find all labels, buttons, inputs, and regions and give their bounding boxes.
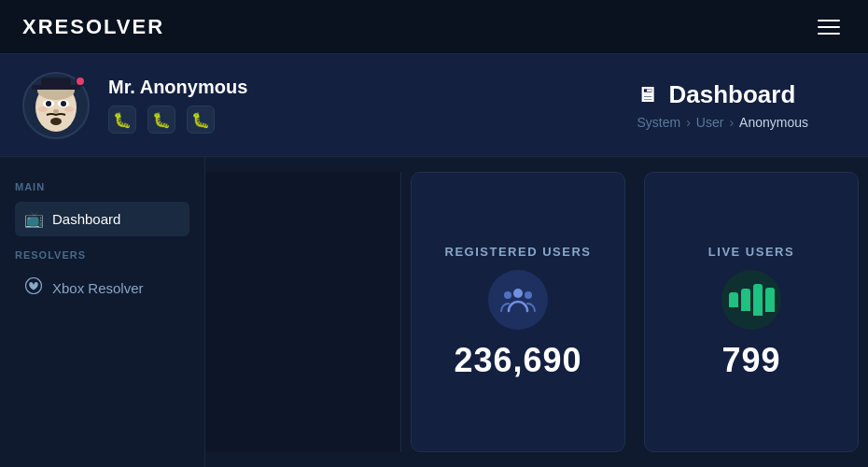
breadcrumb-sep-2: › xyxy=(729,115,734,130)
left-panel xyxy=(205,172,401,452)
hamburger-line-3 xyxy=(818,33,840,35)
content-area: REGISTERED USERS 236,690 LIVE USERS xyxy=(205,157,868,467)
profile-banner: Mr. Anonymous 🐛 🐛 🐛 🖥 Dashboard System ›… xyxy=(0,54,868,157)
breadcrumb-user: User xyxy=(696,115,724,130)
bug-icon-2[interactable]: 🐛 xyxy=(147,106,175,134)
sidebar-item-dashboard-label: Dashboard xyxy=(52,211,120,227)
monitor-icon: 🖥 xyxy=(637,83,657,107)
svg-point-6 xyxy=(53,109,59,113)
dashboard-title: 🖥 Dashboard xyxy=(637,80,808,109)
xbox-icon xyxy=(24,277,43,299)
chart-bar-3 xyxy=(753,284,763,316)
tv-icon: 📺 xyxy=(24,209,43,229)
svg-point-8 xyxy=(38,106,48,112)
avatar-wrap xyxy=(22,72,90,139)
profile-icons: 🐛 🐛 🐛 xyxy=(108,106,247,134)
registered-users-value: 236,690 xyxy=(454,341,581,380)
bug-icon-1[interactable]: 🐛 xyxy=(108,106,136,134)
sidebar-section-resolvers: RESOLVERS xyxy=(15,249,189,261)
sidebar-section-main: MAIN xyxy=(15,181,189,192)
registered-users-card: REGISTERED USERS 236,690 xyxy=(411,172,625,452)
chart-bar-2 xyxy=(741,289,750,311)
live-users-value: 799 xyxy=(721,341,780,380)
chart-icon-wrap xyxy=(721,270,781,330)
breadcrumb-sep-1: › xyxy=(686,115,691,130)
breadcrumb: System › User › Anonymous xyxy=(637,115,808,130)
svg-point-13 xyxy=(513,289,523,298)
profile-name: Mr. Anonymous xyxy=(108,77,247,98)
users-icon-wrap xyxy=(488,270,548,330)
online-indicator xyxy=(75,76,86,87)
avatar-image xyxy=(28,78,84,134)
users-icon xyxy=(500,285,536,315)
hamburger-line-1 xyxy=(818,20,840,21)
chart-bar-1 xyxy=(729,292,738,307)
dashboard-header: 🖥 Dashboard System › User › Anonymous xyxy=(637,80,846,130)
sidebar-item-dashboard[interactable]: 📺 Dashboard xyxy=(15,202,189,236)
sidebar-item-xbox-resolver[interactable]: Xbox Resolver xyxy=(15,270,189,306)
svg-point-5 xyxy=(61,101,66,106)
svg-point-7 xyxy=(50,118,62,125)
hamburger-menu[interactable] xyxy=(812,14,846,40)
breadcrumb-anonymous: Anonymous xyxy=(739,115,808,130)
bug-icon-3[interactable]: 🐛 xyxy=(187,106,215,134)
svg-rect-11 xyxy=(41,78,71,87)
svg-point-14 xyxy=(504,291,511,299)
registered-users-label: REGISTERED USERS xyxy=(445,245,592,259)
live-users-card: LIVE USERS 799 xyxy=(644,172,859,452)
logo: XRESOLVER xyxy=(22,15,164,39)
svg-point-15 xyxy=(525,291,532,299)
dashboard-title-text: Dashboard xyxy=(668,80,795,109)
main-layout: MAIN 📺 Dashboard RESOLVERS Xbox Resolver… xyxy=(0,157,868,467)
svg-point-9 xyxy=(64,106,74,112)
top-navigation: XRESOLVER xyxy=(0,0,868,54)
sidebar: MAIN 📺 Dashboard RESOLVERS Xbox Resolver xyxy=(0,157,205,467)
profile-info: Mr. Anonymous 🐛 🐛 🐛 xyxy=(108,77,247,134)
svg-point-4 xyxy=(46,101,51,106)
live-users-label: LIVE USERS xyxy=(708,245,794,259)
breadcrumb-system: System xyxy=(637,115,680,130)
chart-bar-4 xyxy=(765,288,775,312)
sidebar-item-xbox-label: Xbox Resolver xyxy=(52,280,144,296)
hamburger-line-2 xyxy=(818,26,840,28)
